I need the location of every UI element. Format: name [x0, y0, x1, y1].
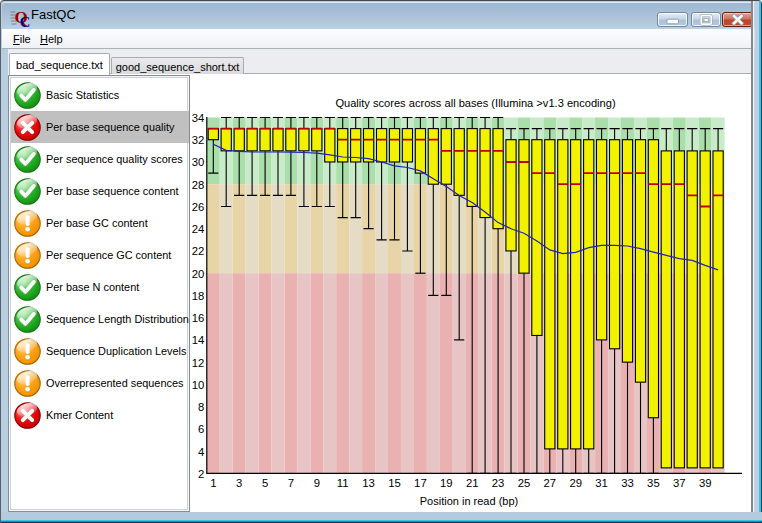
svg-text:26: 26 [192, 201, 205, 213]
svg-text:Quality scores across all base: Quality scores across all bases (Illumin… [335, 97, 615, 109]
svg-text:12: 12 [192, 357, 205, 369]
svg-text:23: 23 [492, 477, 505, 489]
svg-text:24: 24 [192, 223, 205, 235]
svg-text:11: 11 [337, 477, 349, 489]
svg-text:2: 2 [198, 468, 204, 480]
svg-text:14: 14 [192, 334, 205, 346]
svg-text:20: 20 [192, 268, 205, 280]
svg-text:15: 15 [388, 477, 401, 489]
svg-text:7: 7 [288, 477, 294, 489]
svg-text:6: 6 [198, 423, 204, 435]
svg-text:9: 9 [314, 477, 320, 489]
svg-text:35: 35 [647, 477, 660, 489]
svg-text:31: 31 [595, 477, 608, 489]
svg-text:19: 19 [440, 477, 453, 489]
svg-text:37: 37 [673, 477, 686, 489]
svg-text:10: 10 [192, 379, 205, 391]
svg-text:29: 29 [569, 477, 582, 489]
svg-text:27: 27 [544, 477, 557, 489]
svg-text:Position in read (bp): Position in read (bp) [420, 495, 518, 507]
svg-text:1: 1 [210, 477, 216, 489]
svg-text:33: 33 [621, 477, 634, 489]
svg-text:34: 34 [192, 112, 205, 124]
svg-text:16: 16 [192, 312, 205, 324]
svg-text:4: 4 [198, 446, 204, 458]
svg-text:8: 8 [198, 401, 204, 413]
svg-text:39: 39 [699, 477, 712, 489]
svg-text:22: 22 [192, 245, 205, 257]
svg-text:28: 28 [192, 179, 205, 191]
svg-text:18: 18 [192, 290, 205, 302]
svg-text:3: 3 [236, 477, 242, 489]
svg-text:5: 5 [262, 477, 268, 489]
svg-text:13: 13 [362, 477, 375, 489]
svg-text:25: 25 [518, 477, 531, 489]
svg-text:17: 17 [414, 477, 427, 489]
svg-text:21: 21 [466, 477, 479, 489]
svg-text:30: 30 [192, 156, 205, 168]
svg-text:32: 32 [192, 134, 205, 146]
